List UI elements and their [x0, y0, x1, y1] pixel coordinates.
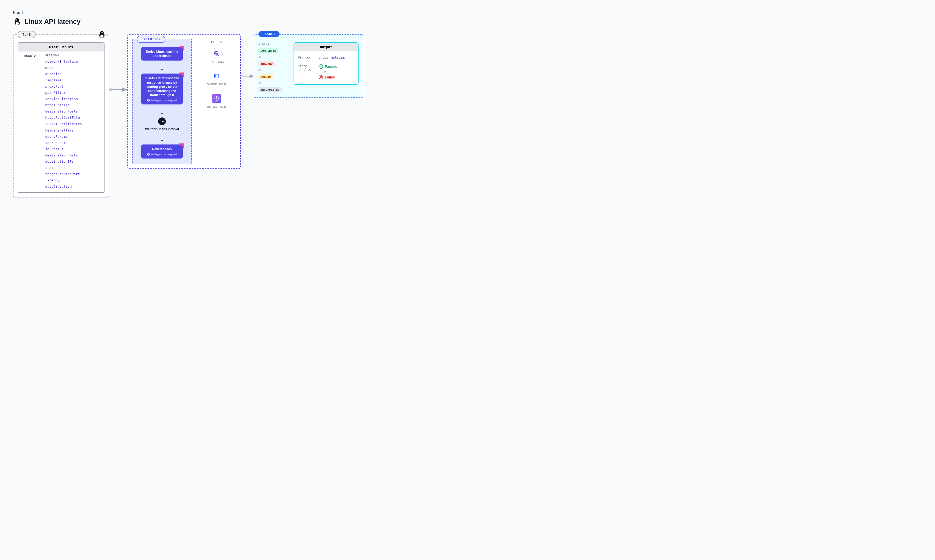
tunable-item: networkInterface: [45, 58, 100, 65]
x-circle-icon: [319, 75, 323, 80]
clock-icon: [158, 117, 166, 125]
privilege-ribbon-icon: [179, 72, 184, 77]
svg-point-29: [241, 75, 243, 77]
or-separator: OR: [259, 82, 288, 85]
tunable-item: destinationPorts: [45, 108, 100, 115]
output-metrics-row: Metrics chaos metrics: [298, 54, 354, 62]
svg-point-9: [100, 35, 103, 38]
output-box: Output Metrics chaos metrics Probe Resul…: [294, 42, 359, 85]
or-separator: OR: [324, 71, 337, 73]
flow-arrow-connector: [109, 86, 128, 93]
svg-rect-27: [214, 74, 219, 78]
optional-column: OPTIONAL networkInterfacemethoddurationr…: [45, 54, 100, 190]
plus-circle-icon: [147, 99, 150, 102]
tunable-item: pathFilter: [45, 90, 100, 96]
tunable-item: statusCode: [45, 165, 100, 171]
svg-marker-16: [122, 88, 128, 92]
tunable-item: targetServicePort: [45, 171, 100, 177]
status-completed-pill: COMPLETED: [259, 48, 278, 53]
flow-arrow-down-icon: [161, 63, 163, 71]
or-separator: OR: [259, 69, 288, 72]
gauge-icon: [212, 94, 221, 103]
privilege-note: Privilege access required: [144, 99, 180, 102]
optional-heading: OPTIONAL: [45, 54, 100, 57]
flow-arrow-down-icon: [161, 107, 163, 115]
svg-point-6: [18, 20, 18, 20]
tunable-item: customCertificates: [45, 121, 100, 127]
svg-marker-31: [250, 74, 254, 78]
wait-interval-block: Wait for Chaos Interval: [144, 117, 180, 131]
status-errored-pill: ERRORED: [259, 62, 274, 66]
privilege-note: Privilege access required: [144, 153, 180, 156]
metrics-label: Metrics: [298, 55, 316, 60]
svg-point-2: [15, 22, 19, 25]
tunable-item: destinationHosts: [45, 152, 100, 158]
tunable-item: serviceDirection: [45, 96, 100, 102]
tunable-item: method: [45, 65, 100, 71]
status-incompleted-pill: INCOMPLETED: [259, 87, 282, 92]
probe-command: COMMAND PROBE: [197, 71, 236, 86]
tune-panel: TUNE User Inputs Tunable OPTIONAL networ…: [13, 34, 109, 197]
or-separator: OR: [259, 56, 288, 59]
flow-arrow-connector: [241, 73, 254, 79]
page-title: Linux API latency: [25, 18, 81, 26]
tunable-item: latency: [45, 177, 100, 183]
tunable-item: httpsRootCertFile: [45, 115, 100, 121]
user-inputs-box: User Inputs Tunable OPTIONAL networkInte…: [18, 42, 105, 193]
tunable-item: dataDirection: [45, 183, 100, 190]
probe-results-values: Passed OR Failed: [319, 64, 337, 80]
privilege-ribbon-icon: [179, 143, 184, 148]
exec-step-label: Derive Linux machine under chaos: [146, 50, 178, 58]
exec-step-derive: Derive Linux machine under chaos: [141, 47, 183, 60]
exec-step-revert: Revert chaos Privilege access required: [141, 145, 183, 158]
svg-marker-18: [161, 69, 163, 71]
svg-point-1: [15, 18, 19, 22]
user-inputs-body: Tunable OPTIONAL networkInterfacemethodd…: [18, 51, 104, 192]
tunable-item: httpsEnabled: [45, 102, 100, 108]
svg-point-14: [109, 89, 112, 91]
terminal-icon: [212, 71, 221, 81]
globe-icon: [212, 49, 221, 58]
status-column: STATUS COMPLETED OR ERRORED OR QUEUED OR…: [259, 42, 288, 92]
probe-srm-slo: SRM SLO PROBE: [197, 94, 236, 109]
tunable-item: headersFilters: [45, 127, 100, 134]
output-probe-results-row: Probe Results Passed OR Failed: [298, 62, 354, 82]
tunable-item: sourceIPs: [45, 146, 100, 152]
fault-label: Fault: [13, 11, 922, 15]
result-badge: RESULT: [259, 31, 279, 37]
svg-point-8: [100, 31, 104, 35]
svg-marker-21: [161, 113, 163, 115]
header-block: Fault Linux API latency: [13, 11, 922, 26]
user-inputs-header: User Inputs: [18, 43, 104, 51]
title-row: Linux API latency: [13, 17, 922, 26]
probes-heading: PROBES: [197, 41, 236, 44]
privilege-ribbon-icon: [179, 46, 184, 51]
exec-step-inject: Injects API request and response latency…: [141, 74, 183, 105]
passed-badge: Passed: [319, 64, 337, 69]
probe-label: HTTP PROBE: [197, 60, 236, 64]
result-panel: RESULT STATUS COMPLETED OR ERRORED OR QU…: [254, 34, 363, 98]
flow-arrow-down-icon: [161, 134, 163, 142]
probe-label: SRM SLO PROBE: [197, 105, 236, 109]
execution-panel: EXECUTION Derive Linux machine under cha…: [128, 34, 241, 169]
status-queued-pill: QUEUED: [259, 74, 273, 79]
exec-step-label: Revert chaos: [152, 147, 172, 151]
status-heading: STATUS: [259, 42, 288, 45]
failed-badge: Failed: [319, 75, 337, 80]
tunable-item: duration: [45, 71, 100, 77]
execution-flow-column: EXECUTION Derive Linux machine under cha…: [132, 39, 192, 164]
probe-label: COMMAND PROBE: [197, 83, 236, 86]
check-circle-icon: [319, 64, 323, 69]
execution-badge: EXECUTION: [137, 35, 165, 43]
probe-results-label: Probe Results: [298, 64, 316, 72]
tunable-list: networkInterfacemethoddurationrampTimepr…: [45, 58, 100, 190]
tunable-item: destinationIPs: [45, 158, 100, 165]
metrics-value: chaos metrics: [319, 55, 345, 60]
plus-circle-icon: [147, 153, 150, 155]
linux-penguin-icon: [13, 17, 21, 26]
svg-marker-23: [161, 140, 163, 142]
diagram-container: TUNE User Inputs Tunable OPTIONAL networ…: [13, 34, 922, 197]
svg-point-26: [218, 55, 219, 55]
output-header: Output: [294, 43, 358, 51]
tunable-item: proxyPort: [45, 83, 100, 90]
